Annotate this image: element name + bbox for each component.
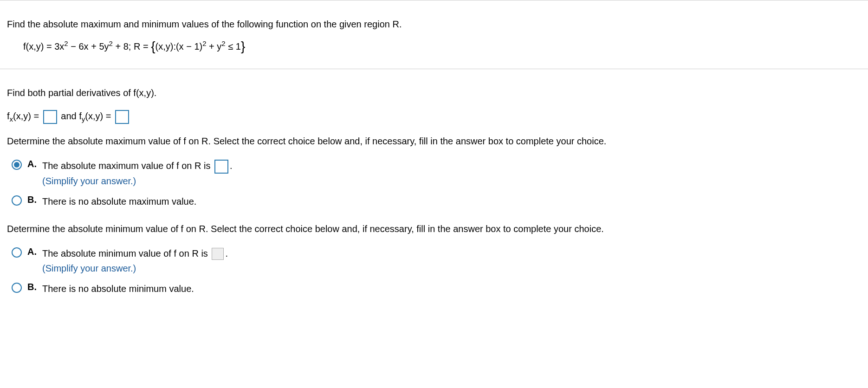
max-choice-a[interactable]: A. The absolute maximum value of f on R … (12, 157, 861, 188)
min-b-text: There is no absolute minimum value. (42, 281, 861, 296)
radio-icon[interactable] (12, 247, 22, 258)
function-definition: f(x,y) = 3x2 − 6x + 5y2 + 8; R = {(x,y):… (23, 41, 861, 52)
fdef-part3: + 8; R = (113, 41, 151, 52)
region-part1: (x,y):(x − 1) (155, 41, 203, 52)
fx-sub: x (10, 115, 13, 123)
radio-icon[interactable] (12, 195, 22, 206)
fy-post: (x,y) = (85, 111, 114, 121)
exp-2a: 2 (64, 39, 68, 47)
min-choices: A. The absolute minimum value of f on R … (12, 245, 861, 296)
max-b-label: B. (27, 194, 38, 205)
max-choices: A. The absolute maximum value of f on R … (12, 157, 861, 209)
min-choice-a[interactable]: A. The absolute minimum value of f on R … (12, 245, 861, 276)
max-a-label: A. (27, 159, 38, 169)
max-choice-b[interactable]: B. There is no absolute maximum value. (12, 193, 861, 209)
min-b-label: B. (27, 282, 38, 292)
fx-answer-input[interactable] (43, 110, 57, 124)
exp-2d: 2 (221, 39, 225, 47)
max-prompt: Determine the absolute maximum value of … (7, 134, 861, 148)
partials-inputs: fx(x,y) = and fy(x,y) = (7, 110, 861, 124)
min-a-text-pre: The absolute minimum value of f on R is (42, 248, 210, 259)
exp-2b: 2 (109, 39, 113, 47)
max-value-input[interactable] (214, 160, 228, 174)
min-a-text-post: . (225, 248, 228, 259)
fy-answer-input[interactable] (115, 110, 129, 124)
min-prompt: Determine the absolute minimum value of … (7, 222, 861, 236)
max-a-text-pre: The absolute maximum value of f on R is (42, 161, 213, 171)
left-brace-icon: { (151, 39, 155, 53)
exp-2c: 2 (202, 39, 206, 47)
min-a-hint: (Simplify your answer.) (42, 263, 136, 273)
min-value-input[interactable] (212, 248, 224, 260)
region-part3: ≤ 1 (226, 41, 241, 52)
problem-intro: Find the absolute maximum and minimum va… (7, 17, 861, 31)
fdef-part1: f(x,y) = 3x (23, 41, 64, 52)
min-choice-b[interactable]: B. There is no absolute minimum value. (12, 280, 861, 296)
fy-pre: and f (58, 111, 82, 121)
region-part2: + y (207, 41, 222, 52)
partials-prompt: Find both partial derivatives of f(x,y). (7, 86, 861, 100)
radio-selected-icon[interactable] (12, 160, 22, 170)
fdef-part2: − 6x + 5y (68, 41, 109, 52)
min-a-label: A. (27, 246, 38, 257)
max-a-text-post: . (230, 161, 233, 171)
right-brace-icon: } (241, 39, 245, 53)
radio-icon[interactable] (12, 283, 22, 293)
fx-post: (x,y) = (13, 111, 42, 121)
max-b-text: There is no absolute maximum value. (42, 194, 861, 209)
max-a-hint: (Simplify your answer.) (42, 176, 136, 186)
